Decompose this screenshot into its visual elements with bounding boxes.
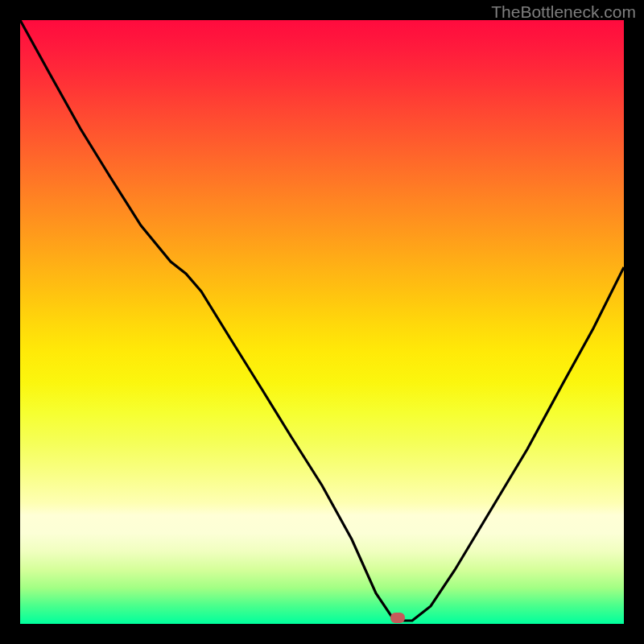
curve-path xyxy=(20,20,624,621)
bottleneck-curve xyxy=(20,20,624,624)
watermark-text: TheBottleneck.com xyxy=(491,2,636,22)
chart-plot-area xyxy=(20,20,624,624)
optimal-marker xyxy=(390,613,405,623)
